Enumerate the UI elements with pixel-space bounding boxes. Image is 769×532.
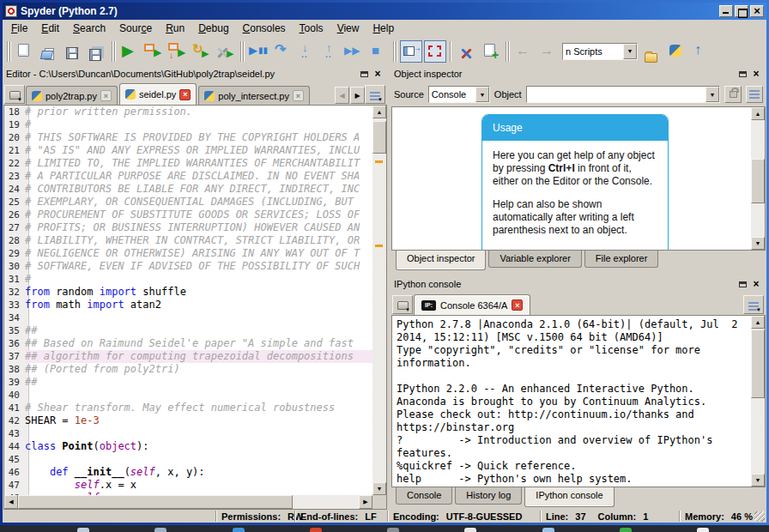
- debug-continue-button[interactable]: ▶▶: [343, 40, 366, 63]
- taskbar-icon[interactable]: [154, 528, 167, 532]
- menu-debug[interactable]: Debug: [191, 21, 235, 36]
- ipython-close-button[interactable]: ×: [749, 278, 763, 290]
- object-input[interactable]: ▼: [526, 86, 720, 103]
- run-cell-button[interactable]: ▶: [142, 40, 165, 63]
- close-tab-icon[interactable]: ×: [293, 90, 304, 101]
- menu-search[interactable]: Search: [66, 21, 112, 36]
- help-view[interactable]: Usage Here you can get help of any objec…: [392, 107, 751, 250]
- back-button[interactable]: ←: [512, 40, 535, 63]
- menu-file[interactable]: File: [4, 21, 34, 36]
- menu-tools[interactable]: Tools: [293, 21, 330, 36]
- tab-file-explorer[interactable]: File explorer: [584, 251, 659, 268]
- taskbar-icon[interactable]: [620, 528, 632, 532]
- menu-source[interactable]: Source: [112, 21, 159, 36]
- scrollbar-thumb[interactable]: [751, 329, 765, 398]
- parent-directory-button[interactable]: ↑: [689, 40, 711, 63]
- tab-ipython-console[interactable]: IPython console: [524, 487, 614, 507]
- chevron-down-icon[interactable]: ▼: [705, 87, 719, 102]
- tab-object-inspector[interactable]: Object inspector: [396, 251, 486, 270]
- editor-tab-seidel-py[interactable]: seidel.py×: [119, 83, 197, 105]
- code-editor[interactable]: 18# prior written permission.19#20# THIS…: [4, 106, 372, 495]
- object-inspector-options-button[interactable]: [746, 86, 763, 103]
- scroll-tabs-left-button[interactable]: ◀: [335, 87, 349, 104]
- scroll-down-button[interactable]: ▼: [751, 237, 765, 250]
- re-run-button[interactable]: ↻▶: [191, 40, 213, 63]
- debug-file-button[interactable]: ▶▮▮: [247, 40, 269, 63]
- menu-edit[interactable]: Edit: [34, 21, 66, 36]
- scroll-left-button[interactable]: ◀: [4, 495, 18, 509]
- scrollbar-thumb[interactable]: [18, 495, 293, 509]
- taskbar-icon[interactable]: [233, 528, 245, 532]
- step-over-button[interactable]: ↷: [271, 40, 294, 63]
- fullscreen-button[interactable]: [424, 40, 446, 63]
- taskbar-icon[interactable]: [310, 528, 322, 532]
- browse-consoles-button[interactable]: ▼: [392, 295, 413, 314]
- scroll-down-button[interactable]: ▼: [751, 474, 765, 487]
- editor-float-button[interactable]: [357, 68, 371, 80]
- scroll-right-button[interactable]: ▶: [359, 495, 372, 509]
- console-tab[interactable]: IP: Console 6364/A ×: [414, 294, 530, 315]
- close-button[interactable]: [750, 5, 764, 17]
- object-inspector-close-button[interactable]: ×: [749, 68, 763, 80]
- chevron-down-icon[interactable]: ▼: [623, 44, 637, 59]
- taskbar-icon[interactable]: [77, 528, 89, 532]
- scroll-up-button[interactable]: ▲: [372, 106, 386, 118]
- editor-horizontal-scrollbar[interactable]: ◀ ▶: [4, 495, 386, 509]
- browse-directory-button[interactable]: [641, 40, 663, 63]
- source-select[interactable]: Console ▼: [428, 86, 490, 103]
- new-file-button[interactable]: [14, 40, 36, 63]
- step-into-button[interactable]: ↓··: [295, 40, 318, 63]
- taskbar-icon[interactable]: [542, 528, 554, 532]
- open-file-button[interactable]: [38, 40, 60, 63]
- run-configure-button[interactable]: ▶: [215, 40, 237, 63]
- save-all-button[interactable]: [86, 40, 108, 63]
- debug-stop-button[interactable]: ■: [367, 40, 390, 63]
- browse-tabs-button[interactable]: ▼: [4, 85, 25, 104]
- scroll-down-button[interactable]: ▼: [372, 482, 386, 495]
- scrollbar-thumb[interactable]: [751, 159, 765, 203]
- tab-console[interactable]: Console: [396, 487, 452, 505]
- working-directory-select[interactable]: n Scripts▼: [562, 43, 638, 60]
- maximize-button[interactable]: [735, 5, 748, 17]
- save-file-button[interactable]: [62, 40, 84, 63]
- windows-taskbar[interactable]: [0, 525, 769, 532]
- maximize-pane-button[interactable]: →: [400, 40, 422, 63]
- minimize-button[interactable]: [719, 5, 733, 17]
- editor-tab-poly_intersect-py[interactable]: poly_intersect.py×: [198, 86, 310, 105]
- scrollbar-thumb[interactable]: [372, 121, 386, 154]
- menu-consoles[interactable]: Consoles: [236, 21, 293, 36]
- menu-view[interactable]: View: [330, 21, 366, 36]
- editor-close-button[interactable]: ×: [371, 68, 384, 80]
- object-inspector-float-button[interactable]: [736, 68, 749, 80]
- menu-help[interactable]: Help: [366, 21, 401, 36]
- chevron-down-icon[interactable]: ▼: [475, 87, 489, 102]
- run-file-button[interactable]: ▶: [118, 40, 141, 63]
- menu-run[interactable]: Run: [159, 21, 191, 36]
- console-scrollbar[interactable]: ▲ ▼: [751, 316, 765, 487]
- close-tab-icon[interactable]: ×: [100, 90, 112, 101]
- python-env-button[interactable]: [665, 40, 687, 63]
- editor-options-button[interactable]: ▼: [365, 85, 385, 104]
- close-console-icon[interactable]: ×: [512, 299, 523, 311]
- tab-history-log[interactable]: History log: [455, 487, 522, 505]
- forward-button[interactable]: →: [536, 40, 559, 63]
- taskbar-icon[interactable]: [464, 528, 476, 532]
- tab-variable-explorer[interactable]: Variable explorer: [488, 251, 581, 268]
- taskbar-icon[interactable]: [387, 528, 399, 532]
- lock-button[interactable]: [724, 86, 742, 103]
- run-cell-advance-button[interactable]: ↓▶: [167, 40, 189, 63]
- ipython-float-button[interactable]: [736, 278, 749, 290]
- console-output[interactable]: Python 2.7.8 |Anaconda 2.1.0 (64-bit)| (…: [392, 316, 751, 487]
- scroll-up-button[interactable]: ▲: [751, 107, 765, 120]
- close-tab-icon[interactable]: ×: [179, 89, 191, 100]
- object-inspector-scrollbar[interactable]: ▲ ▼: [751, 107, 765, 250]
- console-options-button[interactable]: ▼: [743, 295, 764, 314]
- step-return-button[interactable]: ↑··: [319, 40, 342, 63]
- scroll-tabs-right-button[interactable]: ▶: [350, 87, 365, 104]
- taskbar-icon[interactable]: [697, 528, 709, 532]
- path-manager-button[interactable]: +: [480, 40, 502, 63]
- preferences-button[interactable]: [456, 40, 478, 63]
- editor-tab-poly2trap-py[interactable]: poly2trap.py×: [26, 86, 118, 105]
- scroll-up-button[interactable]: ▲: [751, 316, 765, 329]
- editor-vertical-scrollbar[interactable]: ▲ ▼: [372, 106, 386, 495]
